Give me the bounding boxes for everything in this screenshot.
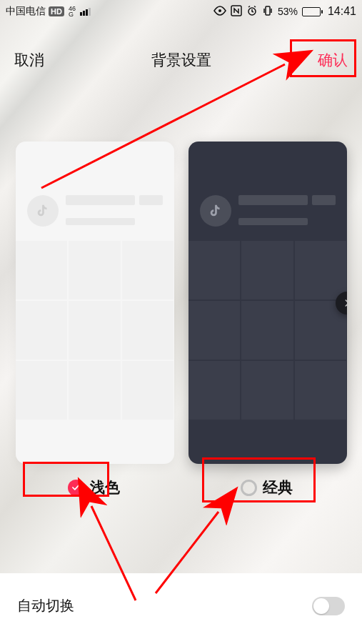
cancel-button[interactable]: 取消 (14, 50, 44, 70)
radio-unchecked-icon (241, 480, 257, 496)
network-type: 46 G (69, 6, 76, 17)
hd-badge: HD (49, 6, 64, 16)
douyin-avatar-icon (200, 195, 231, 227)
theme-card-light[interactable] (16, 142, 174, 464)
eye-comfort-icon (213, 6, 226, 18)
theme-card-dark[interactable] (188, 142, 347, 464)
vibrate-icon (262, 5, 273, 19)
svg-rect-3 (266, 6, 270, 15)
theme-option-dark[interactable]: 经典 (187, 472, 346, 502)
carrier-label: 中国电信 (6, 5, 46, 18)
auto-switch-row: 自动切换 (0, 573, 362, 644)
confirm-button[interactable]: 确认 (318, 50, 348, 70)
nfc-icon (231, 5, 242, 19)
theme-dark-label: 经典 (263, 477, 293, 497)
page-header: 取消 背景设置 确认 (0, 43, 362, 77)
alarm-icon (246, 5, 258, 19)
page-title: 背景设置 (151, 50, 211, 70)
status-left: 中国电信 HD 46 G (6, 5, 91, 18)
battery-percent: 53% (278, 6, 298, 17)
clock: 14:41 (328, 5, 356, 18)
theme-labels-row: 浅色 经典 (0, 472, 362, 502)
radio-checked-icon (68, 480, 84, 496)
signal-icon (80, 8, 91, 16)
system-status-bar: 中国电信 HD 46 G 53% 14:41 (0, 0, 362, 21)
status-right: 53% 14:41 (213, 5, 356, 19)
theme-preview-row (0, 142, 362, 464)
battery-icon (302, 7, 321, 16)
theme-option-light[interactable]: 浅色 (14, 472, 173, 502)
svg-point-0 (218, 9, 221, 12)
auto-switch-label: 自动切换 (17, 596, 74, 615)
theme-light-label: 浅色 (90, 477, 120, 497)
auto-switch-toggle[interactable] (312, 597, 345, 615)
douyin-avatar-icon (27, 195, 59, 227)
